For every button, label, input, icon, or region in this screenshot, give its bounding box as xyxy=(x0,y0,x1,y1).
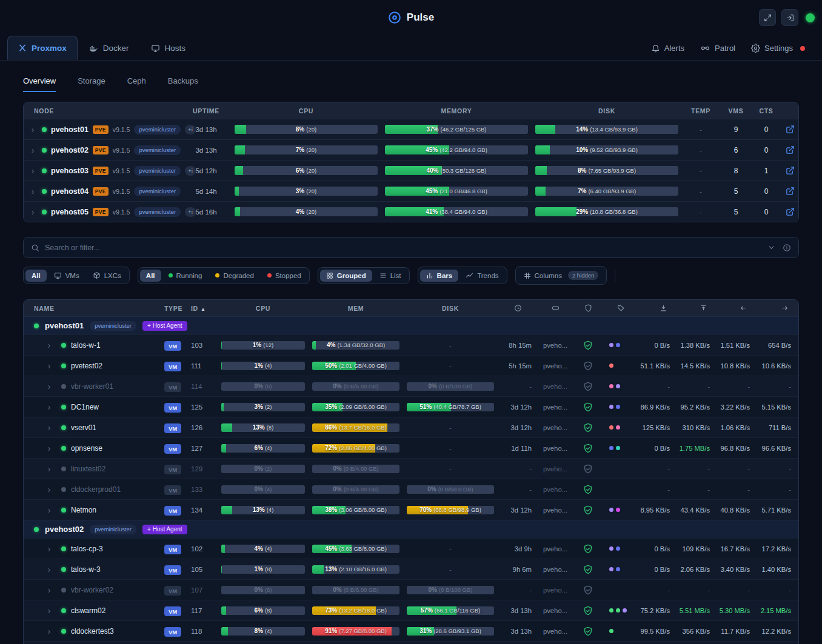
download-column-icon[interactable] xyxy=(638,304,678,312)
expand-chevron-icon[interactable]: › xyxy=(24,485,61,494)
expand-chevron-icon[interactable]: › xyxy=(24,545,61,553)
columns-button[interactable]: Columns2 hidden xyxy=(518,268,605,282)
external-link-icon[interactable] xyxy=(780,207,799,216)
info-icon[interactable] xyxy=(783,244,791,252)
expand-chevron-icon[interactable]: › xyxy=(24,341,61,350)
node-row[interactable]: ›pvehost05PVEv9.1.5pveminicluster+i5d 16… xyxy=(24,201,798,222)
host-agent-badge[interactable]: + Host Agent xyxy=(142,525,187,534)
net-out-value: 310 KB/s xyxy=(678,424,718,431)
type-filter-vms[interactable]: VMs xyxy=(48,269,85,282)
col-disk[interactable]: DISK xyxy=(403,305,498,312)
node-row[interactable]: ›pvehost02PVEv9.1.5pveminicluster3d 13h7… xyxy=(24,139,798,160)
expand-chevron-icon[interactable]: › xyxy=(24,146,42,154)
expand-chevron-icon[interactable]: › xyxy=(24,586,61,594)
status-filter-all[interactable]: All xyxy=(140,270,161,282)
uptime-column-clock-icon[interactable] xyxy=(498,304,538,312)
col-temp[interactable]: TEMP xyxy=(682,107,720,115)
nav-action-settings[interactable]: Settings xyxy=(751,44,793,53)
fullscreen-button[interactable] xyxy=(759,9,776,26)
subtab-ceph[interactable]: Ceph xyxy=(127,76,146,92)
chevron-down-icon[interactable] xyxy=(767,244,775,251)
guest-row[interactable]: ›cldockertest4VM1198%(4)94%(7.49 GB/8.00… xyxy=(24,641,798,644)
guest-row[interactable]: ›linuxtest02VM1290%(2)0%(0 B/4.00 GB)--p… xyxy=(24,458,798,479)
disk-write-column-arrow-right-icon[interactable] xyxy=(758,304,799,312)
external-link-icon[interactable] xyxy=(780,166,799,175)
expand-chevron-icon[interactable]: › xyxy=(24,444,61,453)
node-column-drive-icon[interactable] xyxy=(538,304,573,312)
chart-filter-trends[interactable]: Trends xyxy=(459,269,504,282)
type-filter-all[interactable]: All xyxy=(25,270,47,282)
subtab-storage[interactable]: Storage xyxy=(78,76,105,92)
host-group-row[interactable]: pvehost01pveminicluster+ Host Agent xyxy=(24,316,798,334)
guest-row[interactable]: ›NetmonVM13413%(4)38%(3.06 GB/8.00 GB)70… xyxy=(24,499,798,520)
col-cpu[interactable]: CPU xyxy=(218,305,309,312)
col-cts[interactable]: CTS xyxy=(752,107,780,115)
guest-row[interactable]: ›vbr-worker02VM1070%(6)0%(0 B/6.00 GB)0%… xyxy=(24,579,798,600)
expand-chevron-icon[interactable]: › xyxy=(24,423,61,432)
status-filter-running[interactable]: Running xyxy=(162,270,209,282)
view-filter-grouped[interactable]: Grouped xyxy=(320,270,372,282)
nav-tab-proxmox[interactable]: Proxmox xyxy=(7,36,78,60)
guest-row[interactable]: ›opnsenseVM1276%(4)72%(2.86 GB/4.00 GB)-… xyxy=(24,437,798,458)
chart-filter-bars[interactable]: Bars xyxy=(420,270,459,282)
nav-action-patrol[interactable]: Patrol xyxy=(700,44,735,53)
node-row[interactable]: ›pvehost03PVEv9.1.5pveminicluster+i5d 12… xyxy=(24,160,798,181)
guest-row[interactable]: ›talos-cp-3VM1024%(4)45%(3.63 GB/8.00 GB… xyxy=(24,538,798,559)
guest-row[interactable]: ›cldockertest3VM1188%(4)91%(7.27 GB/8.00… xyxy=(24,620,798,641)
col-memory[interactable]: MEMORY xyxy=(381,107,532,115)
search-input[interactable] xyxy=(45,244,762,252)
guest-row[interactable]: ›pvetest02VM1111%(4)50%(2.01 GB/4.00 GB)… xyxy=(24,355,798,376)
subtab-backups[interactable]: Backups xyxy=(168,76,198,92)
expand-chevron-icon[interactable]: › xyxy=(24,606,61,615)
expand-chevron-icon[interactable]: › xyxy=(24,565,61,574)
subtab-overview[interactable]: Overview xyxy=(23,76,56,92)
expand-chevron-icon[interactable]: › xyxy=(24,465,61,473)
host-agent-badge[interactable]: + Host Agent xyxy=(142,321,187,331)
guest-row[interactable]: ›vbr-worker01VM1140%(6)0%(0 B/6.00 GB)0%… xyxy=(24,376,798,396)
external-link-icon[interactable] xyxy=(780,125,799,134)
expand-chevron-icon[interactable]: › xyxy=(24,208,42,216)
expand-chevron-icon[interactable]: › xyxy=(24,403,61,411)
nav-tab-docker[interactable]: Docker xyxy=(78,36,140,60)
type-filter-lxcs[interactable]: LXCs xyxy=(87,269,127,282)
col-vms[interactable]: VMS xyxy=(720,107,752,115)
upload-column-icon[interactable] xyxy=(678,304,718,312)
nav-tab-hosts[interactable]: Hosts xyxy=(140,36,197,60)
disk-read-column-arrow-left-icon[interactable] xyxy=(718,304,758,312)
col-type[interactable]: TYPE xyxy=(164,305,191,312)
expand-chevron-icon[interactable]: › xyxy=(24,125,42,134)
usage-bar: 31%(28.6 GB/93.1 GB) xyxy=(407,627,494,636)
expand-chevron-icon[interactable]: › xyxy=(24,187,42,196)
col-node[interactable]: NODE xyxy=(24,107,181,115)
guest-row[interactable]: ›talos-w-3VM1051%(8)13%(2.10 GB/16.0 GB)… xyxy=(24,559,798,579)
expand-chevron-icon[interactable]: › xyxy=(24,167,42,175)
status-filter-stopped[interactable]: Stopped xyxy=(261,270,307,282)
expand-chevron-icon[interactable]: › xyxy=(24,506,61,514)
shield-icon xyxy=(583,423,593,433)
guest-row[interactable]: ›DC1newVM1253%(2)35%(2.09 GB/6.00 GB)51%… xyxy=(24,396,798,417)
guest-row[interactable]: ›clswarm02VM1176%(8)73%(13.2 GB/18.0 GB)… xyxy=(24,600,798,620)
col-mem[interactable]: MEM xyxy=(309,305,403,312)
col-id[interactable]: ID▲ xyxy=(191,305,218,312)
guest-row[interactable]: ›cldockerprod01VM1330%(4)0%(0 B/4.00 GB)… xyxy=(24,479,798,499)
logout-button[interactable] xyxy=(781,9,798,26)
guest-row[interactable]: ›talos-w-1VM1031%(12)4%(1.34 GB/32.0 GB)… xyxy=(24,334,798,355)
col-cpu[interactable]: CPU xyxy=(231,107,381,115)
col-name[interactable]: NAME xyxy=(24,305,164,312)
tags-column-tag-icon[interactable] xyxy=(603,304,638,312)
expand-chevron-icon[interactable]: › xyxy=(24,382,61,391)
expand-chevron-icon[interactable]: › xyxy=(24,627,61,636)
col-uptime[interactable]: UPTIME xyxy=(181,107,231,115)
external-link-icon[interactable] xyxy=(780,145,799,154)
host-group-row[interactable]: pvehost02pveminicluster+ Host Agent xyxy=(24,520,798,538)
node-row[interactable]: ›pvehost04PVEv9.1.5pveminicluster5d 14h3… xyxy=(24,181,798,201)
health-column-shield-icon[interactable] xyxy=(573,304,603,312)
view-filter-list[interactable]: List xyxy=(373,270,407,282)
node-row[interactable]: ›pvehost01PVEv9.1.5pveminicluster+i3d 13… xyxy=(24,119,798,139)
col-disk[interactable]: DISK xyxy=(532,107,682,115)
status-filter-degraded[interactable]: Degraded xyxy=(209,270,260,282)
expand-chevron-icon[interactable]: › xyxy=(24,362,61,370)
guest-row[interactable]: ›vserv01VM12613%(8)86%(13.7 GB/16.0 GB)-… xyxy=(24,417,798,437)
nav-action-alerts[interactable]: Alerts xyxy=(651,44,684,53)
external-link-icon[interactable] xyxy=(780,187,799,196)
